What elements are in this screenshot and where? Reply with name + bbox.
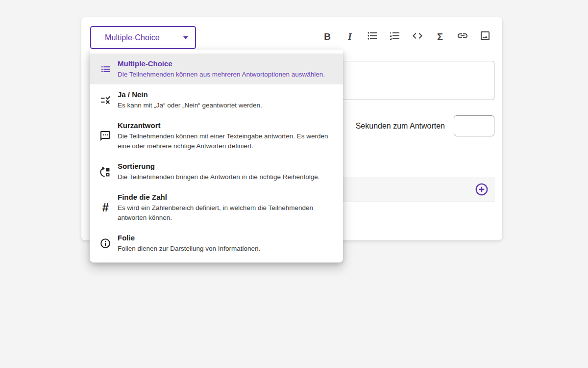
insert-image-button[interactable] — [479, 30, 491, 43]
menu-item-sortierung[interactable]: Sortierung Die Teilnehmenden bringen die… — [90, 156, 343, 187]
numbered-list-icon — [389, 30, 401, 44]
link-button[interactable] — [457, 30, 468, 43]
info-icon — [99, 237, 111, 249]
menu-item-folie[interactable]: Folie Folien dienen zur Darstellung von … — [90, 228, 343, 259]
menu-item-title: Kurzantwort — [118, 120, 331, 131]
time-limit-row: Sekunden zum Antworten — [356, 115, 494, 136]
italic-button[interactable]: I — [344, 30, 356, 43]
bulleted-list-button[interactable] — [367, 30, 378, 43]
numbered-list-button[interactable] — [389, 30, 401, 43]
code-button[interactable] — [412, 30, 423, 43]
menu-item-title: Finde die Zahl — [118, 192, 331, 202]
menu-item-kurzantwort[interactable]: Kurzantwort Die Teilnehmenden können mit… — [90, 115, 343, 156]
menu-item-description: Die Teilnehmenden bringen die Antworten … — [118, 172, 331, 182]
image-icon — [479, 30, 491, 44]
menu-item-ja-nein[interactable]: Ja / Nein Es kann mit „Ja“ oder „Nein“ g… — [90, 84, 343, 115]
menu-item-description: Die Teilnehmenden können mit einer Texte… — [118, 131, 331, 151]
menu-item-description: Es wird ein Zahlenbereich definiert, in … — [118, 203, 331, 223]
hash-icon: # — [99, 202, 111, 213]
list-icon — [99, 63, 111, 75]
format-toolbar: B I Σ — [321, 30, 491, 43]
menu-item-title: Sortierung — [118, 161, 331, 171]
link-icon — [457, 30, 468, 44]
menu-item-multiple-choice[interactable]: Multiple-Choice Die Teilnehmenden können… — [90, 53, 343, 84]
rule-check-x-icon — [99, 94, 111, 106]
menu-item-title: Folie — [118, 233, 331, 243]
menu-item-description: Die Teilnehmenden können aus mehreren An… — [118, 70, 331, 79]
bulleted-list-icon — [367, 30, 378, 44]
bold-icon: B — [324, 31, 331, 42]
menu-item-title: Multiple-Choice — [118, 58, 331, 69]
code-icon — [412, 30, 423, 44]
sort-order-icon — [99, 166, 111, 178]
menu-item-description: Folien dienen zur Darstellung von Inform… — [118, 244, 331, 254]
menu-item-description: Es kann mit „Ja“ oder „Nein“ geantwortet… — [118, 101, 331, 110]
question-type-menu: Multiple-Choice Die Teilnehmenden können… — [90, 50, 343, 263]
chat-bubble-icon — [99, 130, 111, 142]
question-type-selector[interactable]: Multiple-Choice — [90, 26, 196, 49]
time-limit-label: Sekunden zum Antworten — [356, 122, 445, 131]
formula-button[interactable]: Σ — [434, 30, 446, 43]
time-limit-input[interactable] — [454, 115, 494, 136]
add-answer-button[interactable] — [475, 183, 489, 196]
menu-item-title: Ja / Nein — [118, 89, 331, 100]
menu-item-finde-die-zahl[interactable]: # Finde die Zahl Es wird ein Zahlenberei… — [90, 187, 343, 228]
bold-button[interactable]: B — [321, 30, 333, 43]
page: Multiple-Choice B I Σ — [0, 0, 588, 368]
question-type-value: Multiple-Choice — [105, 33, 176, 42]
plus-circle-icon — [475, 183, 489, 196]
italic-icon: I — [348, 31, 351, 42]
sigma-icon: Σ — [437, 31, 443, 43]
chevron-down-icon — [183, 36, 188, 39]
